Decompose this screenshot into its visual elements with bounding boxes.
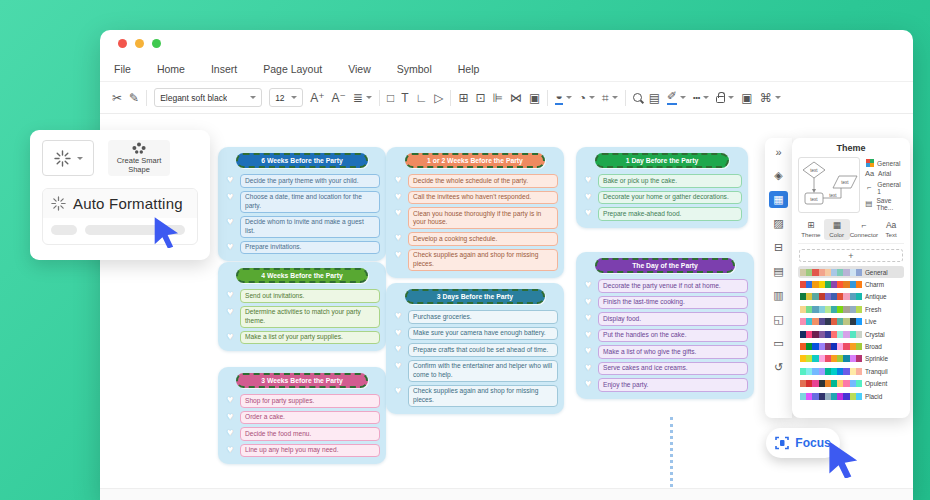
checklist-group-g6w[interactable]: 6 Weeks Before the Party♥Decide the part… [218, 147, 386, 261]
collapse-panel-icon[interactable]: » [769, 143, 788, 160]
checklist-item[interactable]: ♥Enjoy the party. [582, 378, 748, 392]
checklist-item[interactable]: ♥Send out invitations. [224, 289, 380, 303]
checklist-item[interactable]: ♥Finish the last-time cooking. [582, 296, 748, 310]
checklist-group-g4w[interactable]: 4 Weeks Before the Party♥Send out invita… [218, 262, 386, 351]
checklist-item[interactable]: ♥Put the handles on the cake. [582, 329, 748, 343]
create-smart-shape-button[interactable]: Create Smart Shape [108, 140, 170, 176]
checklist-item[interactable]: ♥Decorate the party venue if not at home… [582, 279, 748, 293]
layers-panel-icon[interactable]: ⊟ [769, 239, 788, 256]
checklist-item[interactable]: ♥Decide the party theme with your child. [224, 174, 380, 188]
heart-checkbox-icon[interactable]: ♥ [582, 312, 594, 322]
tab-text[interactable]: AaText [878, 219, 904, 240]
symbol-library-icon[interactable]: ⊞ [458, 92, 468, 104]
heart-checkbox-icon[interactable]: ♥ [582, 191, 594, 201]
checklist-item[interactable]: ♥Shop for party supplies. [224, 394, 380, 408]
crop-icon[interactable]: ⌗ [602, 92, 618, 104]
cut-icon[interactable]: ✂ [112, 92, 122, 104]
heart-checkbox-icon[interactable]: ♥ [224, 306, 236, 316]
heart-checkbox-icon[interactable]: ♥ [224, 216, 236, 226]
text-align-icon[interactable]: ≣ [353, 92, 372, 104]
checklist-item[interactable]: ♥Make a list of your party supplies. [224, 331, 380, 345]
heart-checkbox-icon[interactable]: ♥ [224, 331, 236, 341]
format-painter-icon[interactable]: ✎ [129, 92, 139, 104]
add-palette-button[interactable]: + [799, 249, 903, 262]
theme-info-row[interactable]: AaArial [865, 169, 904, 178]
checklist-group-g3d[interactable]: 3 Days Before the Party♥Purchase groceri… [386, 283, 564, 414]
palette-row-opulent[interactable]: Opulent [798, 378, 904, 390]
menu-view[interactable]: View [348, 63, 371, 75]
line-style-icon[interactable]: ┅ [693, 92, 709, 104]
checklist-item[interactable]: ♥Develop a cooking schedule. [392, 232, 558, 246]
menu-file[interactable]: File [114, 63, 131, 75]
checklist-item[interactable]: ♥Choose a date, time and location for th… [224, 191, 380, 213]
maximize-window-icon[interactable] [152, 39, 161, 48]
checklist-group-gday[interactable]: The Day of the Party♥Decorate the party … [576, 252, 754, 399]
checklist-item[interactable]: ♥Purchase groceries. [392, 310, 558, 324]
menu-home[interactable]: Home [157, 63, 185, 75]
checklist-item[interactable]: ♥Clean you house thoroughly if the party… [392, 207, 558, 229]
heart-checkbox-icon[interactable]: ♥ [582, 207, 594, 217]
heart-checkbox-icon[interactable]: ♥ [224, 411, 236, 421]
image-panel-icon[interactable]: ▨ [769, 215, 788, 232]
checklist-item[interactable]: ♥Decide the whole schedule of the party. [392, 174, 558, 188]
font-decrease-icon[interactable]: A⁻ [331, 92, 345, 104]
palette-row-placid[interactable]: Placid [798, 390, 904, 402]
menu-insert[interactable]: Insert [211, 63, 237, 75]
search-icon[interactable] [633, 93, 642, 102]
font-family-select[interactable]: Elegant soft black [154, 88, 262, 107]
heart-checkbox-icon[interactable]: ♥ [582, 345, 594, 355]
heart-checkbox-icon[interactable]: ♥ [392, 232, 404, 242]
theme-info-row[interactable]: General [865, 159, 904, 167]
outline-panel-icon[interactable]: ▤ [769, 263, 788, 280]
flip-icon[interactable]: ⋈ [510, 92, 522, 104]
theme-preview[interactable]: text text text text [798, 157, 860, 213]
palette-row-fresh[interactable]: Fresh [798, 303, 904, 315]
menu-page-layout[interactable]: Page Layout [263, 63, 322, 75]
tab-color[interactable]: ▦Color [824, 219, 850, 240]
style-panel-icon[interactable]: ◈ [769, 167, 788, 184]
fill-color-icon[interactable]: ◒ [555, 90, 571, 105]
checklist-item[interactable]: ♥Prepare invitations. [224, 241, 380, 255]
palette-row-sprinkle[interactable]: Sprinkle [798, 353, 904, 365]
theme-info-row[interactable]: ⌐General 1 [865, 181, 904, 195]
checklist-item[interactable]: ♥Line up any help you may need. [224, 444, 380, 458]
heart-checkbox-icon[interactable]: ♥ [392, 343, 404, 353]
notes-panel-icon[interactable]: ▥ [769, 287, 788, 304]
checklist-item[interactable]: ♥Make a list of who give the gifts. [582, 345, 748, 359]
checklist-item[interactable]: ♥Decide the food menu. [224, 427, 380, 441]
heart-checkbox-icon[interactable]: ♥ [582, 362, 594, 372]
theme-connector-icon[interactable]: ⌘ [760, 92, 781, 104]
checklist-item[interactable]: ♥Bake or pick up the cake. [582, 174, 742, 188]
heart-checkbox-icon[interactable]: ♥ [224, 394, 236, 404]
fit-screen-icon[interactable]: ◱ [769, 311, 788, 328]
heart-checkbox-icon[interactable]: ♥ [582, 378, 594, 388]
heart-checkbox-icon[interactable]: ♥ [582, 279, 594, 289]
heart-checkbox-icon[interactable]: ♥ [582, 329, 594, 339]
close-window-icon[interactable] [118, 39, 127, 48]
checklist-item[interactable]: ♥Prepare crafts that could be set ahead … [392, 343, 558, 357]
checklist-item[interactable]: ♥Display food. [582, 312, 748, 326]
align-shapes-icon[interactable]: ⊫ [493, 92, 503, 104]
checklist-group-g12w[interactable]: 1 or 2 Weeks Before the Party♥Decide the… [386, 147, 564, 278]
pen-color-icon[interactable]: ✐ [667, 90, 686, 105]
checklist-item[interactable]: ♥Serve cakes and ice creams. [582, 362, 748, 376]
palette-row-crystal[interactable]: Crystal [798, 328, 904, 340]
heart-checkbox-icon[interactable]: ♥ [392, 207, 404, 217]
shape-style-icon[interactable]: ◔ [579, 92, 595, 104]
heart-checkbox-icon[interactable]: ♥ [392, 385, 404, 395]
heart-checkbox-icon[interactable]: ♥ [224, 444, 236, 454]
checklist-item[interactable]: ♥Call the invitees who haven't responded… [392, 191, 558, 205]
palette-row-general[interactable]: General [798, 266, 904, 278]
heart-checkbox-icon[interactable]: ♥ [392, 174, 404, 184]
checklist-item[interactable]: ♥Confirm with the entertainer and helper… [392, 360, 558, 382]
heart-checkbox-icon[interactable]: ♥ [392, 360, 404, 370]
heart-checkbox-icon[interactable]: ♥ [224, 174, 236, 184]
checklist-item[interactable]: ♥Decorate your home or gather decoration… [582, 191, 742, 205]
palette-row-broad[interactable]: Broad [798, 340, 904, 352]
bring-front-icon[interactable]: ▣ [529, 92, 540, 104]
checklist-item[interactable]: ♥Decide whom to invite and make a guest … [224, 216, 380, 238]
heart-checkbox-icon[interactable]: ♥ [224, 191, 236, 201]
auto-format-dropdown-button[interactable] [42, 140, 94, 176]
effect-icon[interactable]: ▣ [741, 92, 752, 104]
comment-panel-icon[interactable]: ▭ [769, 335, 788, 352]
